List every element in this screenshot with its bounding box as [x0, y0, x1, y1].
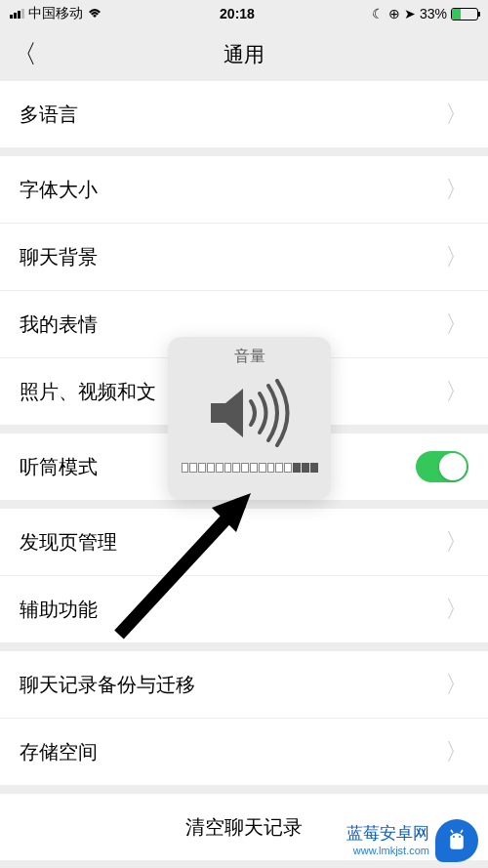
watermark-name: 蓝莓安卓网 — [346, 824, 429, 844]
chevron-right-icon: 〉 — [445, 241, 468, 272]
watermark-url: www.lmkjst.com — [346, 845, 429, 857]
receiver-mode-toggle[interactable] — [416, 451, 468, 482]
row-label: 照片、视频和文 — [20, 379, 156, 405]
nav-bar: 〈 通用 — [0, 27, 488, 81]
status-right: ☾ ⊕ ➤ 33% — [372, 6, 478, 21]
svg-point-2 — [453, 836, 455, 838]
row-label: 我的表情 — [20, 311, 98, 338]
battery-pct: 33% — [420, 6, 447, 21]
svg-point-3 — [459, 836, 461, 838]
signal-icon — [10, 9, 24, 19]
svg-line-0 — [119, 503, 241, 635]
status-left: 中国移动 — [10, 5, 102, 22]
row-label: 清空聊天记录 — [185, 814, 303, 841]
wifi-icon — [87, 8, 102, 20]
chevron-right-icon: 〉 — [445, 174, 468, 205]
android-logo-icon — [435, 819, 478, 862]
row-language[interactable]: 多语言 〉 — [0, 81, 488, 147]
row-label: 听筒模式 — [20, 454, 98, 480]
chevron-right-icon: 〉 — [445, 669, 468, 700]
chevron-right-icon: 〉 — [445, 309, 468, 340]
row-storage[interactable]: 存储空间 〉 — [0, 719, 488, 785]
row-chat-background[interactable]: 聊天背景 〉 — [0, 224, 488, 290]
page-title: 通用 — [224, 41, 264, 68]
row-label: 字体大小 — [20, 177, 98, 203]
speaker-icon — [206, 379, 294, 447]
arrow-annotation-icon — [100, 488, 265, 644]
volume-title: 音量 — [234, 347, 265, 367]
row-chat-backup[interactable]: 聊天记录备份与迁移 〉 — [0, 651, 488, 718]
row-font-size[interactable]: 字体大小 〉 — [0, 156, 488, 223]
chevron-right-icon: 〉 — [445, 526, 468, 558]
chevron-right-icon: 〉 — [445, 99, 468, 130]
chevron-right-icon: 〉 — [445, 736, 468, 767]
watermark: 蓝莓安卓网 www.lmkjst.com — [346, 819, 478, 862]
back-button[interactable]: 〈 — [12, 37, 37, 71]
row-label: 辅助功能 — [20, 597, 98, 623]
status-bar: 中国移动 20:18 ☾ ⊕ ➤ 33% — [0, 0, 488, 27]
volume-level-bar — [182, 463, 318, 473]
row-label: 存储空间 — [20, 739, 98, 765]
row-label: 聊天背景 — [20, 244, 98, 270]
row-label: 聊天记录备份与迁移 — [20, 672, 195, 698]
status-time: 20:18 — [220, 6, 255, 21]
lock-rotation-icon: ⊕ — [388, 6, 400, 21]
moon-icon: ☾ — [372, 6, 385, 21]
location-icon: ➤ — [404, 6, 416, 21]
chevron-right-icon: 〉 — [445, 376, 468, 407]
battery-icon — [451, 8, 478, 21]
chevron-right-icon: 〉 — [445, 594, 468, 625]
volume-hud: 音量 — [168, 337, 331, 500]
carrier-label: 中国移动 — [28, 5, 83, 22]
row-label: 多语言 — [20, 102, 78, 128]
